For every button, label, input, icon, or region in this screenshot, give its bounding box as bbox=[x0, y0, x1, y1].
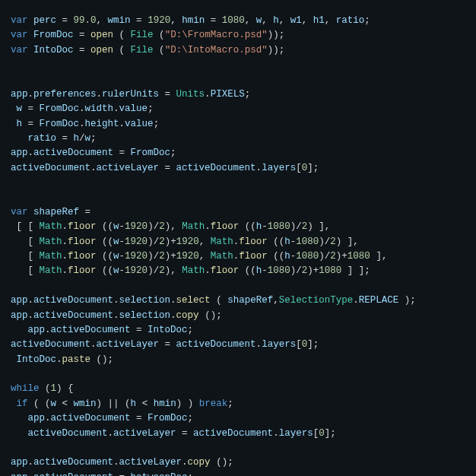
type-math: Math bbox=[40, 221, 62, 232]
type-math: Math bbox=[40, 265, 62, 276]
func-copy: copy bbox=[176, 310, 199, 321]
var-h: h bbox=[273, 15, 279, 26]
var-activedoc: activeDocument bbox=[176, 339, 256, 350]
prop: activeDocument bbox=[33, 310, 113, 321]
prop: preferences bbox=[33, 89, 97, 100]
var-ratio: ratio bbox=[28, 133, 57, 144]
type-math: Math bbox=[182, 221, 205, 232]
var-shaperef: shapeRef bbox=[227, 295, 273, 306]
var-w: w bbox=[85, 133, 91, 144]
num: 2 bbox=[159, 251, 165, 262]
num: 2 bbox=[159, 236, 165, 247]
prop: value bbox=[119, 103, 148, 114]
var-fromdoc: FromDoc bbox=[148, 413, 188, 424]
num: 1080 bbox=[296, 251, 319, 262]
num: 1080 bbox=[347, 251, 370, 262]
var-h1: h1 bbox=[313, 15, 325, 26]
keyword: while bbox=[11, 383, 40, 394]
var-fromdoc: FromDoc bbox=[40, 103, 80, 114]
var-app: app bbox=[28, 413, 46, 424]
keyword: var bbox=[11, 15, 28, 26]
func-floor: floor bbox=[68, 265, 97, 276]
var-app: app bbox=[11, 310, 28, 321]
var-hmin: hmin bbox=[154, 398, 176, 409]
type-math: Math bbox=[211, 251, 233, 262]
keyword: var bbox=[11, 207, 28, 217]
func-open: open bbox=[90, 30, 113, 40]
prop: activeLayer bbox=[97, 163, 160, 173]
num: 1080 bbox=[268, 221, 290, 232]
num: 2 bbox=[302, 221, 308, 232]
var-hmin: hmin bbox=[182, 15, 205, 26]
var-h: h bbox=[256, 265, 262, 276]
type-math: Math bbox=[211, 236, 233, 247]
prop: activeLayer bbox=[97, 339, 160, 350]
var-activedoc: activeDocument bbox=[11, 163, 90, 173]
keyword: var bbox=[11, 45, 28, 56]
prop: activeDocument bbox=[33, 148, 113, 158]
func-paste: paste bbox=[62, 354, 91, 365]
num: 2 bbox=[330, 251, 336, 262]
prop: layers bbox=[279, 428, 313, 439]
num: 1920 bbox=[176, 236, 199, 247]
var-w: w bbox=[113, 251, 119, 262]
prop: activeDocument bbox=[33, 457, 113, 468]
var-wmin: wmin bbox=[74, 398, 97, 409]
var-app: app bbox=[28, 325, 46, 335]
var-shaperef: shapeRef bbox=[33, 207, 79, 217]
var-h: h bbox=[284, 236, 290, 247]
prop: selection bbox=[119, 310, 171, 321]
var-fromdoc: FromDoc bbox=[40, 119, 80, 129]
var-ratio: ratio bbox=[336, 15, 365, 26]
func-floor: floor bbox=[239, 236, 268, 247]
prop: activeDocument bbox=[33, 295, 113, 306]
var-h: h bbox=[74, 133, 80, 144]
var-w: w bbox=[256, 15, 262, 26]
var-app: app bbox=[11, 89, 28, 100]
func-floor: floor bbox=[211, 265, 240, 276]
type-units: Units bbox=[176, 89, 205, 100]
prop: layers bbox=[262, 163, 296, 173]
prop: height bbox=[85, 119, 119, 129]
type-seltype: SelectionType bbox=[279, 295, 354, 306]
var-w: w bbox=[113, 265, 119, 276]
type-math: Math bbox=[182, 265, 205, 276]
keyword: if bbox=[17, 398, 28, 409]
prop: rulerUnits bbox=[102, 89, 159, 100]
var-intodoc: IntoDoc bbox=[17, 354, 57, 365]
keyword: break bbox=[199, 398, 228, 409]
var-intodoc: IntoDoc bbox=[148, 325, 188, 335]
num: 2 bbox=[330, 236, 336, 247]
prop: activeDocument bbox=[33, 472, 113, 476]
var-w: w bbox=[113, 236, 119, 247]
string-path2: "D:\IntoMacro.psd" bbox=[165, 45, 268, 56]
prop: activeLayer bbox=[119, 457, 182, 468]
num: 1920 bbox=[176, 251, 199, 262]
num: 2 bbox=[159, 265, 165, 276]
var-activedoc: activeDocument bbox=[193, 428, 273, 439]
type-file: File bbox=[131, 45, 154, 56]
keyword: var bbox=[11, 30, 28, 40]
prop: width bbox=[85, 103, 114, 114]
num: 1920 bbox=[125, 221, 148, 232]
func-floor: floor bbox=[68, 221, 97, 232]
prop: activeDocument bbox=[51, 325, 131, 335]
num: 1920 bbox=[125, 251, 148, 262]
num: 99.0 bbox=[74, 15, 97, 26]
var-app: app bbox=[11, 457, 28, 468]
code-editor[interactable]: var perc = 99.0, wmin = 1920, hmin = 108… bbox=[11, 14, 465, 476]
num: 1080 bbox=[268, 265, 290, 276]
var-betweendoc: betweenDoc bbox=[131, 472, 188, 476]
num: 1080 bbox=[319, 265, 341, 276]
var-w: w bbox=[17, 103, 23, 114]
var-h: h bbox=[17, 119, 23, 129]
var-w1: w1 bbox=[290, 15, 302, 26]
num: 0 bbox=[302, 163, 308, 173]
prop: REPLACE bbox=[359, 295, 399, 306]
func-floor: floor bbox=[239, 251, 268, 262]
num: 0 bbox=[302, 339, 308, 350]
num: 1920 bbox=[148, 15, 170, 26]
func-floor: floor bbox=[211, 221, 240, 232]
type-math: Math bbox=[40, 236, 62, 247]
var-app: app bbox=[11, 472, 28, 476]
